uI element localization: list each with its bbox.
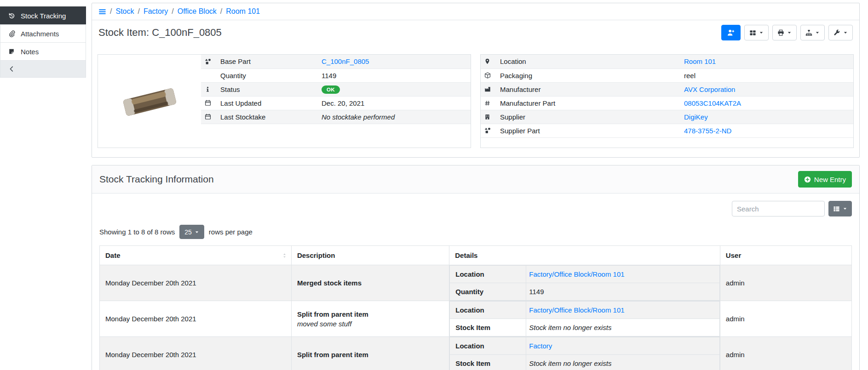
tracking-detail-value: Stock item no longer exists [529, 324, 611, 331]
item-detail-link[interactable]: 478-3755-2-ND [684, 127, 731, 135]
breadcrumb-link-room-101[interactable]: Room 101 [226, 7, 260, 15]
tracking-header: Stock Tracking Information New Entry [92, 165, 859, 194]
stock-tracking-card: Stock Tracking Information New Entry Sho… [92, 165, 860, 370]
breadcrumb-separator: / [220, 7, 222, 15]
item-detail-label: Supplier [496, 110, 680, 124]
table-controls [99, 194, 852, 219]
item-detail-label: Manufacturer Part [496, 96, 680, 110]
stock-item-thumbnail[interactable] [98, 55, 201, 148]
shapes-icon [484, 127, 496, 134]
column-header-details: Details [449, 246, 720, 265]
item-detail-row: Packagingreel [481, 68, 853, 82]
tracking-title: Stock Tracking Information [99, 174, 214, 185]
caret-down-icon [759, 30, 764, 35]
columns-button[interactable] [828, 201, 852, 216]
item-detail-value: reel [684, 72, 696, 80]
breadcrumb-separator: / [138, 7, 139, 15]
tracking-detail-link[interactable]: Factory/Office Block/Room 101 [529, 306, 624, 314]
breadcrumb-separator: / [172, 7, 173, 15]
item-detail-label: Location [496, 55, 680, 68]
item-summary-table-wrap: Base PartC_100nF_0805Quantity1149StatusO… [201, 55, 471, 148]
breadcrumb: /Stock/Factory/Office Block/Room 101 [92, 3, 859, 20]
tracking-description: Split from parent item [297, 310, 443, 318]
user-actions-button[interactable] [721, 25, 741, 40]
item-detail-row: Last StocktakeNo stocktake performed [201, 110, 471, 124]
tracking-row: Monday December 20th 2021Split from pare… [100, 337, 852, 370]
column-header-date[interactable]: Date [100, 246, 292, 265]
tracking-detail-row: LocationFactory [450, 337, 720, 355]
item-detail-row: StatusOK [201, 82, 471, 96]
caret-down-icon [815, 30, 820, 35]
sidebar-item-attachments[interactable]: Attachments [0, 24, 86, 43]
tracking-row: Monday December 20th 2021Split from pare… [100, 301, 852, 337]
tracking-detail-row: LocationFactory/Office Block/Room 101 [450, 266, 720, 283]
search-input[interactable] [732, 201, 825, 216]
wrench-icon [834, 29, 840, 36]
shapes-icon [205, 58, 217, 65]
tracking-description: Merged stock items [297, 279, 443, 287]
sidebar-item-notes[interactable]: Notes [0, 42, 86, 61]
item-detail-row: Supplier Part478-3755-2-ND [481, 124, 853, 137]
item-sourcing-table: LocationRoom 101PackagingreelManufacture… [481, 55, 853, 138]
item-detail-link[interactable]: C_100nF_0805 [322, 57, 369, 65]
printer-icon [777, 29, 784, 36]
item-detail-link[interactable]: Room 101 [684, 57, 716, 65]
tracking-date: Monday December 20th 2021 [100, 265, 292, 301]
edit-actions-button[interactable] [828, 25, 853, 40]
sidebar-collapse-button[interactable] [0, 60, 86, 78]
item-detail-row: SupplierDigiKey [481, 110, 853, 124]
column-header-description: Description [291, 246, 449, 265]
sitemap-icon [805, 29, 812, 36]
new-entry-button[interactable]: New Entry [798, 171, 852, 188]
breadcrumb-link-office-block[interactable]: Office Block [178, 7, 217, 15]
industry-icon [484, 86, 496, 92]
item-detail-link[interactable]: AVX Corporation [684, 85, 735, 93]
sidebar-item-label: Attachments [21, 30, 59, 38]
chevron-left-icon [8, 66, 15, 72]
item-sourcing-panel: LocationRoom 101PackagingreelManufacture… [480, 54, 854, 148]
page-size-button[interactable]: 25 [179, 225, 204, 239]
tracking-detail-label: Location [450, 337, 526, 355]
tracking-user: admin [720, 265, 851, 301]
tracking-date: Monday December 20th 2021 [100, 301, 292, 337]
breadcrumb-link-stock[interactable]: Stock [115, 7, 134, 15]
stock-actions-button[interactable] [800, 25, 825, 40]
tracking-detail-value: Stock item no longer exists [529, 359, 611, 367]
item-detail-link[interactable]: DigiKey [684, 113, 708, 121]
item-detail-link[interactable]: 08053C104KAT2A [684, 99, 741, 107]
item-detail-label: Last Stocktake [217, 110, 318, 124]
item-detail-row: LocationRoom 101 [481, 55, 853, 68]
item-detail-label: Status [217, 82, 318, 96]
plus-circle-icon [804, 176, 811, 183]
status-badge: OK [322, 85, 340, 94]
page-size-value: 25 [184, 228, 192, 236]
item-detail-row: Last UpdatedDec. 20, 2021 [201, 96, 471, 110]
tracking-detail-label: Quantity [450, 283, 526, 301]
breadcrumb-link-factory[interactable]: Factory [144, 7, 168, 15]
tracking-detail-link[interactable]: Factory/Office Block/Room 101 [529, 270, 624, 278]
calendar-icon [205, 114, 217, 120]
item-detail-label: Last Updated [217, 96, 318, 110]
tracking-detail-link[interactable]: Factory [529, 342, 552, 350]
menu-bars-icon[interactable] [98, 8, 106, 16]
item-detail-row: Base PartC_100nF_0805 [201, 55, 471, 68]
column-header-label: Date [105, 251, 121, 259]
calendar-icon [205, 100, 217, 106]
toolbar [721, 25, 853, 40]
caret-down-icon [195, 230, 199, 234]
item-detail-row: Quantity1149 [201, 68, 471, 82]
capacitor-image [120, 80, 179, 122]
history-icon [7, 12, 16, 19]
caret-down-icon [787, 30, 792, 35]
pagination: Showing 1 to 8 of 8 rows 25 rows per pag… [99, 219, 852, 245]
display-options-button[interactable] [744, 25, 769, 40]
print-actions-button[interactable] [772, 25, 797, 40]
tracking-details-table: LocationFactoryStock ItemStock item no l… [449, 337, 720, 370]
info-icon [205, 86, 217, 92]
tracking-body: Showing 1 to 8 of 8 rows 25 rows per pag… [92, 194, 859, 370]
tracking-description: Split from parent item [297, 351, 443, 359]
item-summary-panel: Base PartC_100nF_0805Quantity1149StatusO… [98, 54, 471, 148]
building-icon [484, 114, 496, 120]
sidebar-item-stock-tracking[interactable]: Stock Tracking [0, 6, 86, 25]
tracking-detail-label: Stock Item [450, 355, 526, 370]
